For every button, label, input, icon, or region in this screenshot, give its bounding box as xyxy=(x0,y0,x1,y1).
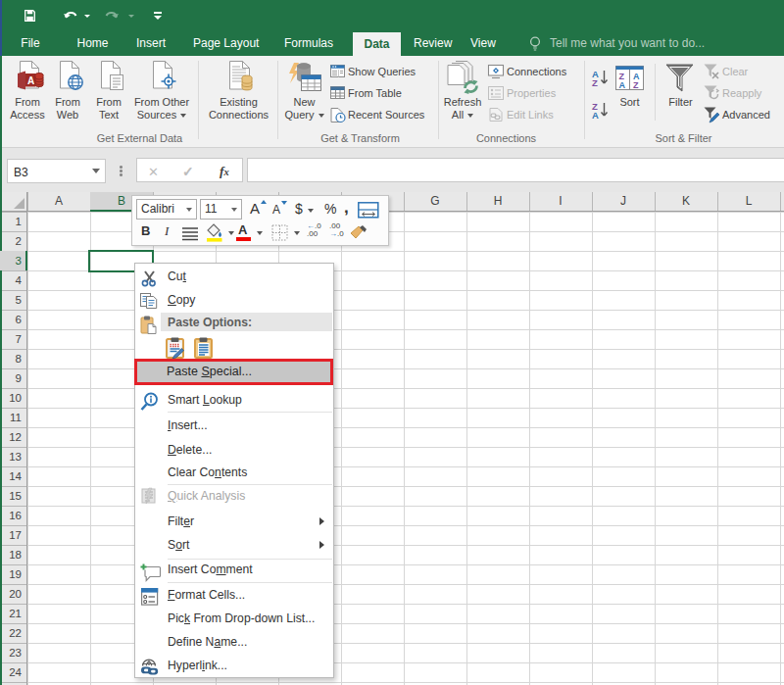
svg-text:A: A xyxy=(592,110,599,121)
svg-text:Z: Z xyxy=(619,72,625,81)
svg-text:A: A xyxy=(27,75,34,86)
svg-text:Z: Z xyxy=(633,80,639,90)
svg-text:Z: Z xyxy=(592,77,598,88)
svg-text:A: A xyxy=(633,72,640,81)
svg-text:A: A xyxy=(619,80,626,90)
